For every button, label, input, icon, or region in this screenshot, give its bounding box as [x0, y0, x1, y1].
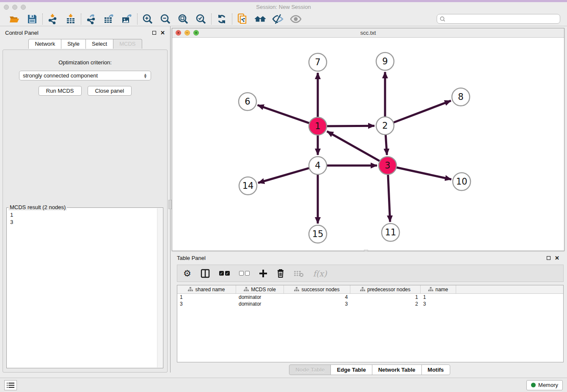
- app-titlebar: Session: New Session: [0, 2, 567, 12]
- table-cell[interactable]: dominator: [236, 294, 284, 301]
- graph-node-label-4: 4: [315, 160, 320, 171]
- close-table-panel-icon[interactable]: ✕: [555, 255, 559, 261]
- table-toolbar: ⚙ ✓✓ f(x): [177, 265, 564, 282]
- float-table-panel-icon[interactable]: [547, 256, 550, 260]
- search-box[interactable]: [437, 14, 560, 24]
- edge-3-11[interactable]: [388, 174, 390, 222]
- column-header-label: name: [435, 287, 448, 293]
- run-mcds-button[interactable]: Run MCDS: [39, 86, 82, 96]
- edge-1-6[interactable]: [258, 105, 310, 123]
- table-cell[interactable]: 3: [284, 301, 350, 307]
- column-tree-icon: [244, 287, 249, 292]
- control-tab-network[interactable]: Network: [28, 39, 61, 49]
- criterion-dropdown[interactable]: strongly connected component ▲▼: [19, 71, 151, 80]
- search-icon: [440, 16, 446, 22]
- hide-panel-icon[interactable]: [272, 13, 284, 25]
- graph-node-label-11: 11: [385, 227, 396, 237]
- function-builder-icon[interactable]: f(x): [313, 268, 327, 279]
- zoom-out-icon[interactable]: [160, 13, 171, 25]
- table-row[interactable]: 3dominator323: [177, 301, 563, 307]
- column-header-label: predecessor nodes: [367, 287, 410, 293]
- column-header-shared-name[interactable]: shared name: [177, 285, 236, 293]
- search-input[interactable]: [446, 16, 557, 22]
- graph-node-label-6: 6: [245, 97, 250, 107]
- result-scrollbar[interactable]: [157, 208, 162, 367]
- graph-node-label-7: 7: [315, 57, 320, 67]
- close-panel-icon[interactable]: ✕: [160, 30, 165, 36]
- show-panel-icon[interactable]: [290, 13, 302, 25]
- edge-2-8[interactable]: [393, 101, 451, 123]
- control-tab-style[interactable]: Style: [61, 39, 86, 49]
- delete-table-icon[interactable]: [294, 268, 304, 279]
- graph-node-label-8: 8: [458, 92, 463, 102]
- table-cell[interactable]: 3: [421, 301, 456, 307]
- optimization-label: Optimization criterion:: [3, 59, 167, 66]
- memory-button[interactable]: Memory: [526, 380, 563, 390]
- mcds-panel: Optimization criterion: strongly connect…: [3, 50, 168, 373]
- float-panel-icon[interactable]: [152, 31, 156, 35]
- status-bar: Memory: [0, 378, 567, 392]
- deselect-all-icon[interactable]: [239, 268, 250, 279]
- table-panel-title: Table Panel: [177, 255, 206, 261]
- table-tab-edge-table[interactable]: Edge Table: [330, 364, 372, 375]
- table-cell[interactable]: 1: [350, 294, 421, 301]
- select-columns-icon[interactable]: [201, 268, 210, 279]
- list-icon: [7, 382, 14, 388]
- export-image-icon[interactable]: [121, 13, 133, 25]
- column-tree-icon: [294, 287, 299, 292]
- column-header-MCDS-role[interactable]: MCDS role: [236, 285, 284, 293]
- column-header-label: shared name: [195, 287, 225, 293]
- graph-node-label-3: 3: [385, 160, 390, 171]
- edge-4-14[interactable]: [258, 168, 310, 183]
- zoom-in-icon[interactable]: [142, 13, 154, 25]
- dropdown-chevrons-icon: ▲▼: [143, 73, 147, 78]
- table-cell[interactable]: 1: [177, 294, 236, 301]
- column-header-name[interactable]: name: [421, 285, 456, 293]
- table-cell[interactable]: 2: [350, 301, 421, 307]
- table-tab-network-table[interactable]: Network Table: [372, 364, 422, 375]
- column-header-predecessor-nodes[interactable]: predecessor nodes: [350, 285, 421, 293]
- network-canvas[interactable]: 7968124314101511: [172, 38, 564, 251]
- memory-label: Memory: [538, 382, 558, 388]
- export-table-icon[interactable]: [103, 13, 115, 25]
- select-all-icon[interactable]: ✓✓: [219, 268, 230, 279]
- close-panel-button[interactable]: Close panel: [88, 86, 132, 96]
- add-row-icon[interactable]: [259, 268, 267, 279]
- clone-network-icon[interactable]: [237, 13, 248, 25]
- mcds-result-list[interactable]: 1 3: [8, 209, 156, 367]
- network-window-title: scc.txt: [172, 30, 564, 36]
- table-tab-node-table[interactable]: Node Table: [289, 364, 331, 375]
- table-cell[interactable]: 1: [421, 294, 456, 301]
- column-header-successor-nodes[interactable]: successor nodes: [284, 285, 350, 293]
- import-table-icon[interactable]: [65, 13, 77, 25]
- delete-row-icon[interactable]: [277, 268, 284, 279]
- import-network-icon[interactable]: [47, 13, 59, 25]
- graph-node-label-2: 2: [382, 121, 388, 131]
- table-row[interactable]: 1dominator411: [177, 294, 563, 301]
- edge-3-10[interactable]: [396, 167, 451, 179]
- table-cell[interactable]: dominator: [236, 301, 284, 307]
- save-session-icon[interactable]: [26, 13, 38, 25]
- zoom-selected-icon[interactable]: [195, 13, 207, 25]
- refresh-icon[interactable]: [216, 13, 228, 25]
- home-icon[interactable]: [254, 13, 266, 25]
- settings-gear-icon[interactable]: ⚙: [183, 268, 191, 279]
- table-tab-motifs[interactable]: Motifs: [421, 364, 450, 375]
- graph-node-label-10: 10: [456, 177, 468, 187]
- export-network-icon[interactable]: [85, 13, 97, 25]
- edge-3-1[interactable]: [327, 131, 381, 161]
- open-file-icon[interactable]: [8, 13, 20, 25]
- control-panel: Control Panel ✕ NetworkStyleSelectMCDS O…: [0, 26, 171, 373]
- zoom-fit-icon[interactable]: [177, 13, 189, 25]
- graph-node-label-1: 1: [315, 121, 320, 131]
- control-tab-select[interactable]: Select: [85, 39, 113, 49]
- control-tab-mcds[interactable]: MCDS: [113, 39, 142, 49]
- table-cell[interactable]: 4: [284, 294, 350, 301]
- mcds-result-group: MCDS result (2 nodes) 1 3: [6, 207, 163, 368]
- node-table[interactable]: shared nameMCDS rolesuccessor nodesprede…: [177, 285, 564, 362]
- edge-1-2[interactable]: [326, 126, 374, 126]
- table-cell[interactable]: 3: [177, 301, 236, 307]
- task-history-button[interactable]: [4, 380, 17, 390]
- column-tree-icon: [360, 287, 365, 292]
- edge-2-3[interactable]: [385, 134, 387, 155]
